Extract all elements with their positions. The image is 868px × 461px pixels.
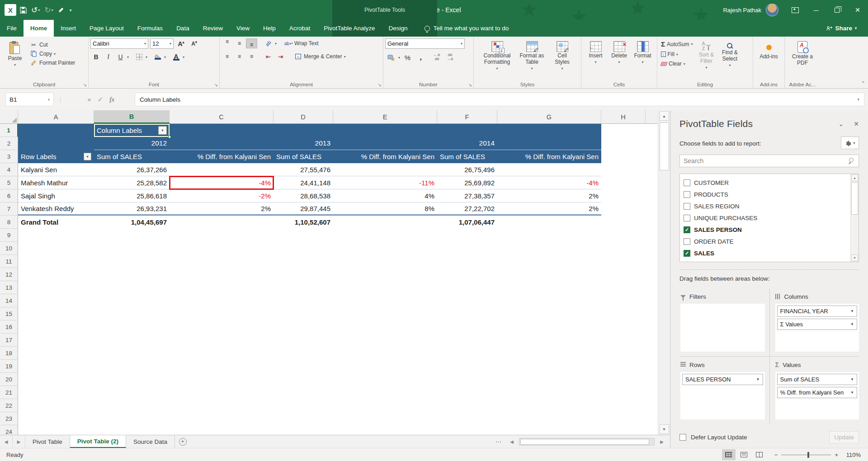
accounting-format-button[interactable] <box>385 52 396 62</box>
page-break-view-button[interactable] <box>753 449 766 460</box>
cell-C6[interactable]: -2% <box>170 189 274 202</box>
zoom-in-button[interactable]: + <box>835 452 838 458</box>
cell-A13[interactable] <box>18 281 94 294</box>
cell-A23[interactable] <box>18 412 94 425</box>
tools-gear-button[interactable]: ▾ <box>841 136 859 149</box>
cell-F17[interactable] <box>437 334 497 347</box>
cell-C12[interactable] <box>170 268 274 281</box>
cell-G7[interactable]: 2% <box>497 202 601 216</box>
row-header-13[interactable]: 13 <box>0 281 18 294</box>
bold-button[interactable]: B <box>90 52 102 62</box>
italic-button[interactable]: I <box>103 52 114 62</box>
borders-button[interactable] <box>133 52 145 62</box>
cell-E15[interactable] <box>333 307 437 320</box>
filters-area[interactable]: Filters <box>679 288 769 356</box>
field-item-sales-person[interactable]: ✓SALES PERSON <box>684 224 850 235</box>
cell-F7[interactable]: 27,22,702 <box>437 202 497 216</box>
cell-G15[interactable] <box>497 307 601 320</box>
cell-H8[interactable] <box>601 216 646 229</box>
cell-A17[interactable] <box>18 334 94 347</box>
field-item-sales-region[interactable]: SALES REGION <box>684 200 850 212</box>
field-checkbox-customer[interactable] <box>684 179 690 186</box>
cell-E7[interactable]: 8% <box>333 202 437 216</box>
cell-D16[interactable] <box>274 320 333 334</box>
field-checkbox-sales-region[interactable] <box>684 203 690 210</box>
cell-H22[interactable] <box>601 399 646 412</box>
columns-drop-box[interactable]: FINANCIAL YEAR▼Σ Values▼ <box>775 304 859 352</box>
row-header-11[interactable]: 11 <box>0 255 18 268</box>
fields-scroll-thumb[interactable] <box>851 182 858 215</box>
user-avatar[interactable] <box>766 4 778 16</box>
percent-style-button[interactable]: % <box>402 52 413 62</box>
cell-F19[interactable] <box>437 360 497 373</box>
ribbon-display-options-button[interactable] <box>785 0 806 20</box>
fill-color-button[interactable] <box>152 52 163 62</box>
tab-splitter-icon[interactable]: ⋯ <box>492 435 505 448</box>
redo-button[interactable]: ↻▾ <box>44 5 53 15</box>
new-sheet-button[interactable]: + <box>179 438 187 446</box>
cell-A24[interactable] <box>18 425 94 435</box>
cell-H24[interactable] <box>601 425 646 435</box>
cell-F12[interactable] <box>437 268 497 281</box>
cell-H14[interactable] <box>601 294 646 307</box>
pill-sum-of-sales[interactable]: Sum of SALES▼ <box>777 374 858 385</box>
cell-A9[interactable] <box>18 229 94 242</box>
cell-B22[interactable] <box>94 399 170 412</box>
cell-D9[interactable] <box>274 229 333 242</box>
cell-F14[interactable] <box>437 294 497 307</box>
cell-H10[interactable] <box>601 242 646 255</box>
field-item-sales[interactable]: ✓SALES <box>684 247 850 259</box>
cell-D1[interactable] <box>274 124 333 137</box>
pill-financial-year[interactable]: FINANCIAL YEAR▼ <box>777 306 858 317</box>
cell-A7[interactable]: Venkatesh Reddy <box>18 202 94 216</box>
cell-H16[interactable] <box>601 320 646 334</box>
row-header-20[interactable]: 20 <box>0 373 18 386</box>
cell-E1[interactable] <box>333 124 437 137</box>
collapse-ribbon-icon[interactable]: ⌃ <box>861 80 865 86</box>
cell-G18[interactable] <box>497 347 601 360</box>
cell-E10[interactable] <box>333 242 437 255</box>
cell-B3[interactable]: Sum of SALES <box>94 150 170 163</box>
row-header-3[interactable]: 3 <box>0 150 18 163</box>
horizontal-scroll-thumb[interactable] <box>520 439 649 445</box>
cell-F13[interactable] <box>437 281 497 294</box>
cell-C10[interactable] <box>170 242 274 255</box>
cell-D3[interactable]: Sum of SALES <box>274 150 333 163</box>
values-area[interactable]: ΣValues Sum of SALES▼% Diff. from Kalyan… <box>769 356 859 424</box>
sheet-tab-pivot-table-2[interactable]: Pivot Table (2) <box>70 435 126 448</box>
row-header-2[interactable]: 2 <box>0 137 18 150</box>
cell-G19[interactable] <box>497 360 601 373</box>
row-header-18[interactable]: 18 <box>0 347 18 360</box>
align-top-button[interactable]: ≡ <box>222 38 233 48</box>
cell-D17[interactable] <box>274 334 333 347</box>
cell-A16[interactable] <box>18 320 94 334</box>
decrease-decimal-button[interactable]: .00→.0 <box>444 52 455 62</box>
cell-B13[interactable] <box>94 281 170 294</box>
tab-formulas[interactable]: Formulas <box>131 20 170 37</box>
cell-H23[interactable] <box>601 412 646 425</box>
cell-F21[interactable] <box>437 386 497 399</box>
tell-me-box[interactable]: Tell me what you want to do <box>425 20 509 37</box>
wrap-text-button[interactable]: ab↵Wrap Text <box>283 39 321 48</box>
cell-D22[interactable] <box>274 399 333 412</box>
row-header-9[interactable]: 9 <box>0 229 18 242</box>
cell-F20[interactable] <box>437 373 497 386</box>
format-as-table-button[interactable]: 🖉 Format as Table▾ <box>517 38 547 80</box>
hscroll-left-icon[interactable]: ◀ <box>505 439 518 444</box>
expand-formula-bar-icon[interactable]: ▾ <box>857 97 859 102</box>
close-button[interactable]: × <box>847 0 868 20</box>
create-pdf-button[interactable]: Create a PDF <box>788 38 817 80</box>
tab-design[interactable]: Design <box>382 20 415 37</box>
cell-C9[interactable] <box>170 229 274 242</box>
cell-G4[interactable] <box>497 163 601 176</box>
cell-E18[interactable] <box>333 347 437 360</box>
update-button[interactable]: Update <box>829 431 859 443</box>
tab-acrobat[interactable]: Acrobat <box>283 20 317 37</box>
undo-button[interactable]: ↺▾ <box>31 5 40 15</box>
tab-file[interactable]: File <box>0 20 24 37</box>
pill-sales-person[interactable]: SALES PERSON▼ <box>682 374 763 385</box>
tab-view[interactable]: View <box>230 20 256 37</box>
cell-G9[interactable] <box>497 229 601 242</box>
cell-A2[interactable] <box>18 137 94 150</box>
cell-G8[interactable] <box>497 216 601 229</box>
